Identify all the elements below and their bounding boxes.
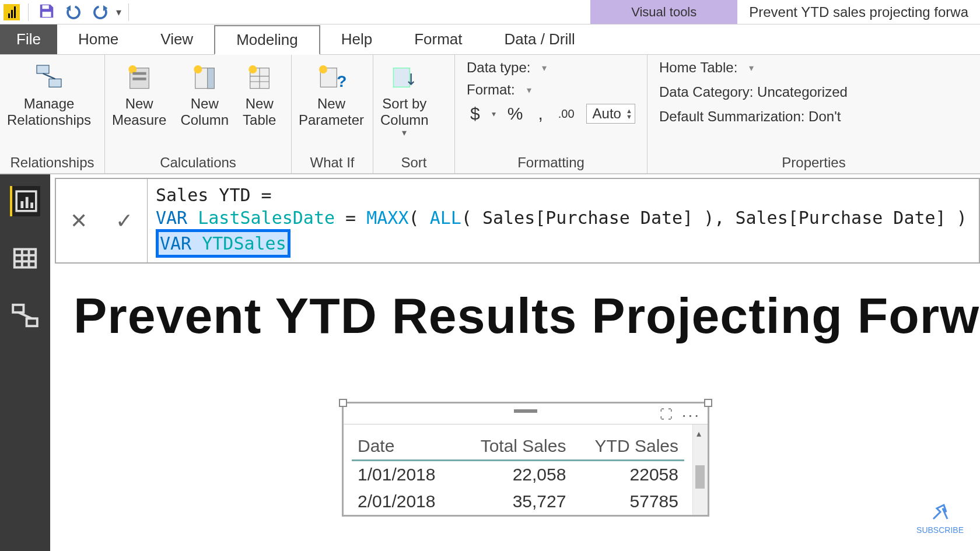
sort-by-column-button[interactable]: Sort by Column: [373, 55, 436, 151]
group-sort-label: Sort: [373, 151, 454, 173]
svg-line-32: [18, 313, 32, 318]
svg-line-4: [43, 73, 55, 79]
tab-format[interactable]: Format: [393, 24, 483, 54]
svg-point-11: [194, 65, 202, 73]
tab-view[interactable]: View: [139, 24, 214, 54]
svg-rect-1: [43, 12, 51, 17]
focus-mode-button[interactable]: ⛶: [660, 407, 673, 422]
svg-rect-0: [43, 5, 49, 9]
undo-button[interactable]: [60, 0, 87, 24]
col-date[interactable]: Date: [352, 433, 457, 461]
page-title: Prevent YTD Results Projecting Forw: [50, 264, 980, 345]
svg-rect-7: [132, 72, 146, 75]
svg-rect-30: [13, 305, 23, 313]
tab-modeling[interactable]: Modeling: [214, 25, 320, 55]
tab-help[interactable]: Help: [320, 24, 393, 54]
svg-rect-3: [49, 79, 61, 87]
svg-rect-31: [27, 318, 37, 326]
comma-button[interactable]: ,: [534, 104, 546, 124]
data-type-dropdown[interactable]: ▾: [538, 62, 547, 73]
app-logo: [4, 4, 20, 20]
decimal-places-stepper[interactable]: Auto▲▼: [586, 104, 635, 124]
currency-button[interactable]: $: [467, 104, 484, 124]
visual-more-button[interactable]: ···: [682, 406, 701, 424]
group-formatting-label: Formatting: [455, 151, 647, 173]
format-dropdown[interactable]: ▾: [523, 85, 531, 96]
svg-rect-10: [207, 68, 214, 89]
svg-rect-25: [15, 249, 36, 267]
svg-text:?: ?: [337, 72, 346, 90]
svg-rect-20: [394, 68, 410, 87]
svg-rect-22: [20, 201, 23, 208]
tab-data-drill[interactable]: Data / Drill: [484, 24, 596, 54]
window-title: Prevent YTD sales projecting forwa: [737, 4, 980, 20]
tab-home[interactable]: Home: [57, 24, 139, 54]
view-switcher: [0, 174, 50, 551]
table-visual[interactable]: ⛶ ··· Date Total Sales YTD Sales 1/01/20…: [342, 402, 709, 517]
decimal-icon: .00: [555, 107, 578, 121]
redo-button[interactable]: [87, 0, 114, 24]
save-button[interactable]: [33, 0, 60, 24]
group-whatif-label: What If: [292, 151, 373, 173]
manage-relationships-label: Manage Relationships: [7, 96, 91, 128]
svg-rect-24: [30, 202, 33, 208]
data-category-label[interactable]: Data Category: Uncategorized: [659, 84, 848, 100]
col-ytd-sales[interactable]: YTD Sales: [572, 433, 684, 461]
data-type-label: Data type:: [467, 59, 530, 76]
svg-rect-8: [132, 78, 146, 80]
table-row[interactable]: 1/01/2018 22,058 22058: [352, 461, 684, 489]
group-calculations-label: Calculations: [105, 151, 291, 173]
contextual-tab-label: Visual tools: [590, 0, 737, 24]
group-relationships-label: Relationships: [0, 151, 104, 173]
ribbon: Manage Relationships Relationships New M…: [0, 55, 980, 174]
visual-scrollbar[interactable]: ▴: [692, 424, 708, 515]
visual-drag-grip[interactable]: [514, 409, 537, 413]
home-table-label: Home Table:: [659, 59, 737, 76]
new-column-button[interactable]: New Column: [173, 55, 236, 151]
report-view-button[interactable]: [10, 186, 40, 216]
formula-bar: ✕ ✓ Sales YTD = VAR LastSalesDate = MAXX…: [55, 178, 980, 264]
highlighted-var: VAR YTDSales: [156, 229, 290, 258]
table-row[interactable]: 2/01/2018 35,727 57785: [352, 488, 684, 515]
formula-editor[interactable]: Sales YTD = VAR LastSalesDate = MAXX( AL…: [148, 179, 979, 262]
home-table-dropdown[interactable]: ▾: [746, 62, 754, 73]
svg-rect-23: [26, 197, 29, 208]
formula-commit-button[interactable]: ✓: [102, 179, 147, 262]
new-measure-button[interactable]: New Measure: [105, 55, 173, 151]
formula-cancel-button[interactable]: ✕: [56, 179, 102, 262]
col-total-sales[interactable]: Total Sales: [457, 433, 572, 461]
manage-relationships-button[interactable]: Manage Relationships: [0, 55, 98, 151]
ribbon-tabs: File Home View Modeling Help Format Data…: [0, 24, 980, 55]
svg-point-16: [249, 65, 257, 73]
qat-dropdown[interactable]: ▾: [114, 6, 124, 19]
group-properties-label: Properties: [648, 151, 980, 173]
svg-point-19: [319, 65, 327, 73]
tab-file[interactable]: File: [0, 24, 57, 54]
data-view-button[interactable]: [10, 243, 40, 273]
format-label: Format:: [467, 82, 515, 98]
new-table-button[interactable]: New Table: [236, 55, 283, 151]
percent-button[interactable]: %: [504, 104, 527, 124]
model-view-button[interactable]: [10, 300, 40, 331]
default-summarization-label[interactable]: Default Summarization: Don't: [659, 108, 848, 125]
new-parameter-button[interactable]: ? New Parameter: [292, 55, 371, 151]
subscribe-watermark: SUBSCRIBE: [916, 500, 964, 535]
svg-rect-2: [37, 65, 49, 73]
